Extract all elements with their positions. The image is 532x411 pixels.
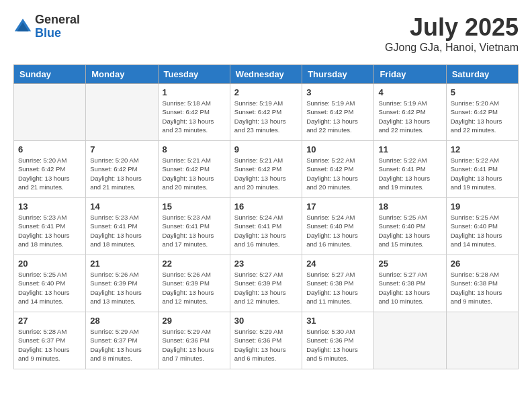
- day-info: Sunrise: 5:29 AMSunset: 6:36 PMDaylight:…: [234, 327, 298, 363]
- calendar-cell-4-1: 20Sunrise: 5:25 AMSunset: 6:40 PMDayligh…: [14, 255, 86, 312]
- calendar-cell-3-3: 15Sunrise: 5:23 AMSunset: 6:41 PMDayligh…: [158, 198, 230, 255]
- day-number: 28: [90, 316, 153, 326]
- calendar-cell-2-1: 6Sunrise: 5:20 AMSunset: 6:42 PMDaylight…: [14, 141, 86, 198]
- day-info: Sunrise: 5:25 AMSunset: 6:40 PMDaylight:…: [378, 213, 441, 248]
- day-number: 12: [451, 144, 514, 154]
- weekday-header-wednesday: Wednesday: [230, 65, 302, 84]
- day-number: 6: [18, 144, 81, 154]
- calendar-cell-5-4: 30Sunrise: 5:29 AMSunset: 6:36 PMDayligh…: [230, 312, 302, 369]
- day-number: 10: [306, 144, 369, 154]
- calendar-cell-4-6: 25Sunrise: 5:27 AMSunset: 6:38 PMDayligh…: [374, 255, 446, 312]
- day-info: Sunrise: 5:24 AMSunset: 6:40 PMDaylight:…: [306, 213, 369, 248]
- calendar-cell-2-5: 10Sunrise: 5:22 AMSunset: 6:42 PMDayligh…: [302, 141, 374, 198]
- day-number: 13: [18, 201, 81, 212]
- calendar-cell-5-3: 29Sunrise: 5:29 AMSunset: 6:36 PMDayligh…: [158, 312, 230, 369]
- day-number: 20: [18, 259, 81, 269]
- day-number: 7: [90, 144, 153, 154]
- calendar-cell-2-4: 9Sunrise: 5:21 AMSunset: 6:42 PMDaylight…: [230, 141, 302, 198]
- day-number: 18: [378, 201, 441, 212]
- weekday-header-thursday: Thursday: [302, 65, 374, 84]
- calendar-cell-5-7: [446, 312, 518, 369]
- weekday-header-tuesday: Tuesday: [158, 65, 230, 84]
- calendar-cell-1-5: 3Sunrise: 5:19 AMSunset: 6:42 PMDaylight…: [302, 84, 374, 141]
- calendar-cell-1-1: [14, 84, 86, 141]
- week-row-5: 27Sunrise: 5:28 AMSunset: 6:37 PMDayligh…: [14, 312, 519, 369]
- day-number: 5: [451, 87, 514, 97]
- weekday-header-saturday: Saturday: [446, 65, 518, 84]
- calendar-cell-4-3: 22Sunrise: 5:26 AMSunset: 6:39 PMDayligh…: [158, 255, 230, 312]
- day-info: Sunrise: 5:21 AMSunset: 6:42 PMDaylight:…: [234, 156, 298, 191]
- day-info: Sunrise: 5:30 AMSunset: 6:36 PMDaylight:…: [306, 327, 369, 363]
- logo-general-text: General: [35, 13, 80, 26]
- day-number: 22: [163, 259, 226, 269]
- day-number: 17: [306, 201, 369, 212]
- weekday-header-sunday: Sunday: [14, 65, 86, 84]
- day-number: 16: [234, 201, 298, 212]
- calendar-cell-4-4: 23Sunrise: 5:27 AMSunset: 6:39 PMDayligh…: [230, 255, 302, 312]
- day-number: 19: [451, 201, 514, 212]
- day-info: Sunrise: 5:22 AMSunset: 6:41 PMDaylight:…: [451, 156, 514, 191]
- day-info: Sunrise: 5:27 AMSunset: 6:39 PMDaylight:…: [234, 270, 298, 306]
- location: GJong GJa, Hanoi, Vietnam: [385, 42, 519, 54]
- day-number: 27: [18, 316, 81, 326]
- day-info: Sunrise: 5:26 AMSunset: 6:39 PMDaylight:…: [163, 270, 226, 306]
- calendar-cell-3-4: 16Sunrise: 5:24 AMSunset: 6:41 PMDayligh…: [230, 198, 302, 255]
- calendar-cell-4-2: 21Sunrise: 5:26 AMSunset: 6:39 PMDayligh…: [86, 255, 158, 312]
- calendar-cell-1-2: [86, 84, 158, 141]
- day-info: Sunrise: 5:20 AMSunset: 6:42 PMDaylight:…: [90, 156, 153, 191]
- calendar-cell-1-7: 5Sunrise: 5:20 AMSunset: 6:42 PMDaylight…: [446, 84, 518, 141]
- calendar-cell-2-7: 12Sunrise: 5:22 AMSunset: 6:41 PMDayligh…: [446, 141, 518, 198]
- calendar-cell-5-5: 31Sunrise: 5:30 AMSunset: 6:36 PMDayligh…: [302, 312, 374, 369]
- day-number: 15: [163, 201, 226, 212]
- day-info: Sunrise: 5:25 AMSunset: 6:40 PMDaylight:…: [451, 213, 514, 248]
- calendar-cell-4-5: 24Sunrise: 5:27 AMSunset: 6:38 PMDayligh…: [302, 255, 374, 312]
- calendar-cell-5-6: [374, 312, 446, 369]
- weekday-header-row: SundayMondayTuesdayWednesdayThursdayFrid…: [14, 65, 519, 84]
- day-number: 4: [378, 87, 441, 97]
- logo-icon: [13, 17, 32, 36]
- day-number: 31: [306, 316, 369, 326]
- calendar-cell-1-3: 1Sunrise: 5:18 AMSunset: 6:42 PMDaylight…: [158, 84, 230, 141]
- day-number: 26: [451, 259, 514, 269]
- day-number: 8: [163, 144, 226, 154]
- week-row-3: 13Sunrise: 5:23 AMSunset: 6:41 PMDayligh…: [14, 198, 519, 255]
- day-info: Sunrise: 5:27 AMSunset: 6:38 PMDaylight:…: [378, 270, 441, 306]
- day-info: Sunrise: 5:27 AMSunset: 6:38 PMDaylight:…: [306, 270, 369, 306]
- weekday-header-monday: Monday: [86, 65, 158, 84]
- day-info: Sunrise: 5:18 AMSunset: 6:42 PMDaylight:…: [163, 99, 226, 134]
- day-number: 9: [234, 144, 298, 154]
- day-info: Sunrise: 5:22 AMSunset: 6:41 PMDaylight:…: [378, 156, 441, 191]
- calendar-cell-3-2: 14Sunrise: 5:23 AMSunset: 6:41 PMDayligh…: [86, 198, 158, 255]
- day-number: 30: [234, 316, 298, 326]
- day-info: Sunrise: 5:20 AMSunset: 6:42 PMDaylight:…: [18, 156, 81, 191]
- calendar-cell-4-7: 26Sunrise: 5:28 AMSunset: 6:38 PMDayligh…: [446, 255, 518, 312]
- calendar-cell-2-2: 7Sunrise: 5:20 AMSunset: 6:42 PMDaylight…: [86, 141, 158, 198]
- calendar-cell-3-7: 19Sunrise: 5:25 AMSunset: 6:40 PMDayligh…: [446, 198, 518, 255]
- title-area: July 2025 GJong GJa, Hanoi, Vietnam: [385, 13, 519, 54]
- day-number: 23: [234, 259, 298, 269]
- day-number: 25: [378, 259, 441, 269]
- day-info: Sunrise: 5:21 AMSunset: 6:42 PMDaylight:…: [163, 156, 226, 191]
- day-info: Sunrise: 5:24 AMSunset: 6:41 PMDaylight:…: [234, 213, 298, 248]
- logo: General Blue: [13, 13, 80, 40]
- day-info: Sunrise: 5:22 AMSunset: 6:42 PMDaylight:…: [306, 156, 369, 191]
- week-row-1: 1Sunrise: 5:18 AMSunset: 6:42 PMDaylight…: [14, 84, 519, 141]
- calendar-cell-5-1: 27Sunrise: 5:28 AMSunset: 6:37 PMDayligh…: [14, 312, 86, 369]
- day-info: Sunrise: 5:19 AMSunset: 6:42 PMDaylight:…: [306, 99, 369, 134]
- calendar-cell-1-6: 4Sunrise: 5:19 AMSunset: 6:42 PMDaylight…: [374, 84, 446, 141]
- week-row-4: 20Sunrise: 5:25 AMSunset: 6:40 PMDayligh…: [14, 255, 519, 312]
- day-info: Sunrise: 5:25 AMSunset: 6:40 PMDaylight:…: [18, 270, 81, 306]
- day-info: Sunrise: 5:23 AMSunset: 6:41 PMDaylight:…: [163, 213, 226, 248]
- day-info: Sunrise: 5:29 AMSunset: 6:36 PMDaylight:…: [163, 327, 226, 363]
- calendar-table: SundayMondayTuesdayWednesdayThursdayFrid…: [13, 64, 519, 369]
- day-number: 21: [90, 259, 153, 269]
- calendar-cell-1-4: 2Sunrise: 5:19 AMSunset: 6:42 PMDaylight…: [230, 84, 302, 141]
- page-header: General Blue July 2025 GJong GJa, Hanoi,…: [13, 13, 519, 54]
- day-number: 1: [163, 87, 226, 97]
- day-number: 11: [378, 144, 441, 154]
- day-info: Sunrise: 5:20 AMSunset: 6:42 PMDaylight:…: [451, 99, 514, 134]
- day-info: Sunrise: 5:19 AMSunset: 6:42 PMDaylight:…: [378, 99, 441, 134]
- day-info: Sunrise: 5:29 AMSunset: 6:37 PMDaylight:…: [90, 327, 153, 363]
- day-info: Sunrise: 5:23 AMSunset: 6:41 PMDaylight:…: [18, 213, 81, 248]
- calendar-cell-5-2: 28Sunrise: 5:29 AMSunset: 6:37 PMDayligh…: [86, 312, 158, 369]
